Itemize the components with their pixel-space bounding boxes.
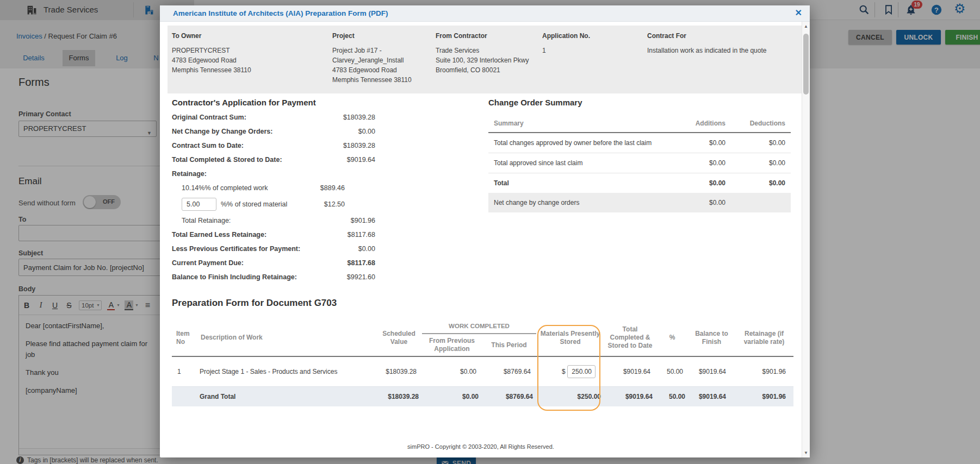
retainage-heading-row: Retainage:: [172, 170, 375, 178]
g703-heading: Preparation Form for Document G703: [172, 298, 337, 309]
retainage-completed-row: 10.14%% of completed work $889.46: [182, 184, 375, 192]
g703-table: Item No Description of Work Scheduled Va…: [172, 319, 793, 406]
modal-title: American Institute of Architects (AIA) P…: [173, 9, 388, 17]
modal-header: American Institute of Architects (AIA) P…: [160, 5, 810, 22]
scroll-up-icon[interactable]: ▲: [802, 24, 810, 29]
form-info-panel: To Owner PROPERTYCREST 4783 Edgewood Roa…: [168, 26, 802, 93]
total-retainage-row: Total Retainage: $901.96: [182, 216, 375, 225]
pay-row: Contract Sum to Date:$18039.28: [172, 141, 375, 150]
change-order-table: Summary Additions Deductions Total chang…: [488, 115, 791, 212]
table-row-net-change: Net change by change orders$0.00: [488, 193, 791, 212]
info-project: Project Project Job #17 - Clarvey_Jerang…: [332, 32, 430, 85]
modal-footer-copyright: simPRO - Copyright © 2003-2020, All Righ…: [160, 443, 802, 450]
application-heading: Contractor's Application for Payment: [172, 98, 375, 107]
scroll-down-icon[interactable]: ▼: [802, 450, 810, 455]
aia-preparation-form-modal: American Institute of Architects (AIA) P…: [160, 5, 810, 457]
g703-data-row: 1 Project Stage 1 - Sales - Products and…: [172, 356, 793, 387]
info-application-no: Application No. 1: [542, 32, 624, 56]
pay-row: Net Change by Change Orders:$0.00: [172, 127, 375, 136]
materials-cell: $: [536, 356, 604, 387]
work-completed-group-header: WORK COMPLETED: [422, 319, 536, 334]
g703-header-row-1: Item No Description of Work Scheduled Va…: [172, 319, 793, 334]
pay-row: Original Contract Sum:$18039.28: [172, 113, 375, 122]
change-order-heading: Change Order Summary: [488, 98, 791, 107]
pay-row: Total Completed & Stored to Date:$9019.6…: [172, 155, 375, 164]
info-to-owner: To Owner PROPERTYCREST 4783 Edgewood Roa…: [172, 32, 324, 76]
materials-presently-stored-input[interactable]: [567, 365, 596, 378]
info-contract-for: Contract For Installation work as indica…: [647, 32, 799, 56]
scrollbar-thumb[interactable]: [803, 34, 809, 95]
change-order-header-row: Summary Additions Deductions: [488, 115, 791, 133]
modal-scrollbar[interactable]: ▲ ▼: [802, 22, 810, 457]
table-row: Total approved since last claim$0.00$0.0…: [488, 153, 791, 173]
change-order-summary-section: Change Order Summary Summary Additions D…: [488, 98, 791, 212]
g703-grand-total-row: Grand Total $18039.28 $0.00 $8769.64 $25…: [172, 387, 793, 407]
stored-material-percent-input[interactable]: [182, 198, 216, 211]
current-payment-due-row: Current Payment Due:$8117.68: [172, 259, 375, 267]
info-from-contractor: From Contractor Trade Services Suite 100…: [436, 32, 539, 76]
table-row: Total changes approved by owner before t…: [488, 133, 791, 153]
pay-row: Total Earned Less Retainage:$8117.68: [172, 230, 375, 239]
pay-row: Less Previous Certificates for Payment:$…: [172, 244, 375, 253]
pay-row: Balance to Finish Including Retainage:$9…: [172, 273, 375, 281]
table-row-total: Total$0.00$0.00: [488, 173, 791, 193]
close-icon[interactable]: ✕: [795, 8, 802, 18]
retainage-stored-row: %% of stored material $12.50: [182, 198, 375, 211]
screen: Trade Services 19 ? ⚙ Invoices / Request…: [0, 0, 980, 464]
application-for-payment-section: Contractor's Application for Payment Ori…: [172, 98, 375, 287]
